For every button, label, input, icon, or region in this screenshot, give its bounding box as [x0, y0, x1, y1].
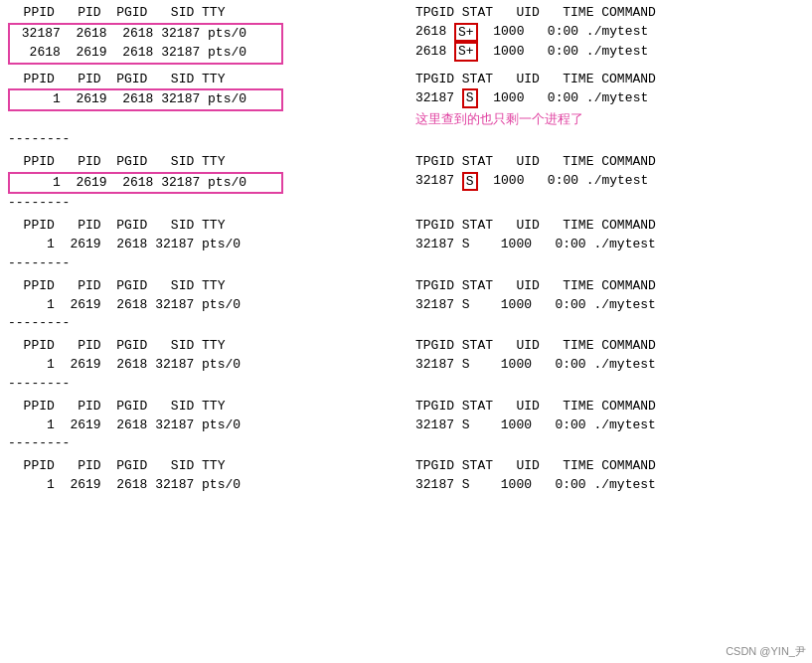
header-right-6: TPGID STAT UID TIME COMMAND	[415, 398, 804, 416]
header-right-5: TPGID STAT UID TIME COMMAND	[415, 337, 804, 356]
data-row-7-0-right: 32187 S 1000 0:00 ./mytest	[415, 476, 804, 495]
header-right-4: TPGID STAT UID TIME COMMAND	[415, 277, 804, 296]
section-1: PPID PID PGID SID TTY TPGID STAT UID TIM…	[8, 71, 804, 149]
section-7-header-row: PPID PID PGID SID TTY TPGID STAT UID TIM…	[8, 457, 804, 476]
separator-2: --------	[8, 194, 804, 213]
left-box-2: 1 2619 2618 32187 pts/0	[8, 172, 283, 195]
section-0: PPID PID PGID SID TTY TPGID STAT UID TIM…	[8, 4, 804, 65]
separator-1: --------	[8, 130, 804, 149]
data-row-3-0-right: 32187 S 1000 0:00 ./mytest	[415, 236, 804, 254]
separator-4: --------	[8, 314, 804, 333]
section-5-header-row: PPID PID PGID SID TTY TPGID STAT UID TIM…	[8, 337, 804, 356]
terminal-output: PPID PID PGID SID TTY TPGID STAT UID TIM…	[0, 0, 812, 501]
section-6-data: 1 2619 2618 32187 pts/0 32187 S 1000 0:0…	[8, 416, 804, 435]
data-row-1-0-left: 1 2619 2618 32187 pts/0	[14, 90, 277, 109]
section-2-header-row: PPID PID PGID SID TTY TPGID STAT UID TIM…	[8, 153, 804, 172]
separator-5: --------	[8, 375, 804, 394]
header-left-6: PPID PID PGID SID TTY	[8, 398, 415, 416]
separator-3: --------	[8, 254, 804, 273]
tpgid-0-1: 2618	[415, 43, 454, 62]
stat-box-0-1: S+	[454, 42, 478, 62]
section-1-data: 1 2619 2618 32187 pts/0 32187 S 1000 0:0…	[8, 88, 804, 129]
left-box-1: 1 2619 2618 32187 pts/0	[8, 88, 283, 111]
data-row-6-0-left: 1 2619 2618 32187 pts/0	[8, 416, 415, 435]
right-row-2-0: 32187 S 1000 0:00 ./mytest	[415, 172, 804, 192]
data-row-5-0-left: 1 2619 2618 32187 pts/0	[8, 356, 415, 375]
section-0-data: 32187 2618 2618 32187 pts/0 2618 2619 26…	[8, 23, 804, 65]
section-4: PPID PID PGID SID TTY TPGID STAT UID TIM…	[8, 277, 804, 334]
section-7-data: 1 2619 2618 32187 pts/0 32187 S 1000 0:0…	[8, 476, 804, 495]
section-6: PPID PID PGID SID TTY TPGID STAT UID TIM…	[8, 398, 804, 454]
section-3: PPID PID PGID SID TTY TPGID STAT UID TIM…	[8, 217, 804, 273]
section-1-header-row: PPID PID PGID SID TTY TPGID STAT UID TIM…	[8, 71, 804, 89]
header-right-1: TPGID STAT UID TIME COMMAND	[415, 71, 804, 89]
right-row-0-1: 2618 S+ 1000 0:00 ./mytest	[415, 42, 804, 62]
section-3-header-row: PPID PID PGID SID TTY TPGID STAT UID TIM…	[8, 217, 804, 236]
data-row-2-0-left: 1 2619 2618 32187 pts/0	[14, 174, 277, 193]
section-6-header-row: PPID PID PGID SID TTY TPGID STAT UID TIM…	[8, 398, 804, 416]
header-left-1: PPID PID PGID SID TTY	[8, 71, 415, 89]
tpgid-1-0: 32187	[415, 89, 462, 108]
tpgid-2-0: 32187	[415, 172, 462, 191]
section-2-data: 1 2619 2618 32187 pts/0 32187 S 1000 0:0…	[8, 172, 804, 195]
section-4-header-row: PPID PID PGID SID TTY TPGID STAT UID TIM…	[8, 277, 804, 296]
note-1: 这里查到的也只剩一个进程了	[415, 110, 804, 130]
header-left-3: PPID PID PGID SID TTY	[8, 217, 415, 236]
section-3-data: 1 2619 2618 32187 pts/0 32187 S 1000 0:0…	[8, 236, 804, 254]
right-row-0-0: 2618 S+ 1000 0:00 ./mytest	[415, 23, 804, 43]
header-right-0: TPGID STAT UID TIME COMMAND	[415, 4, 804, 23]
section-5-data: 1 2619 2618 32187 pts/0 32187 S 1000 0:0…	[8, 356, 804, 375]
data-row-5-0-right: 32187 S 1000 0:00 ./mytest	[415, 356, 804, 375]
left-box-0: 32187 2618 2618 32187 pts/0 2618 2619 26…	[8, 23, 283, 65]
section-5: PPID PID PGID SID TTY TPGID STAT UID TIM…	[8, 337, 804, 394]
stat-box-2-0: S	[462, 172, 478, 192]
header-left-4: PPID PID PGID SID TTY	[8, 277, 415, 296]
right-box-1-container: 32187 S 1000 0:00 ./mytest	[415, 88, 804, 108]
data-row-0-1-left: 2618 2619 2618 32187 pts/0	[14, 44, 277, 63]
header-left-5: PPID PID PGID SID TTY	[8, 337, 415, 356]
data-row-3-0-left: 1 2619 2618 32187 pts/0	[8, 236, 415, 254]
watermark: CSDN @YIN_尹	[726, 644, 806, 659]
data-row-4-0-left: 1 2619 2618 32187 pts/0	[8, 296, 415, 315]
section-2: PPID PID PGID SID TTY TPGID STAT UID TIM…	[8, 153, 804, 214]
data-row-7-0-left: 1 2619 2618 32187 pts/0	[8, 476, 415, 495]
header-left-2: PPID PID PGID SID TTY	[8, 153, 415, 172]
rest-0-1: 1000 0:00 ./mytest	[478, 43, 649, 62]
header-right-3: TPGID STAT UID TIME COMMAND	[415, 217, 804, 236]
rest-0-0: 1000 0:00 ./mytest	[478, 23, 649, 42]
right-row-1-0: 32187 S 1000 0:00 ./mytest	[415, 88, 804, 108]
data-row-4-0-right: 32187 S 1000 0:00 ./mytest	[415, 296, 804, 315]
header-right-2: TPGID STAT UID TIME COMMAND	[415, 153, 804, 172]
right-box-0-container: 2618 S+ 1000 0:00 ./mytest 2618 S+ 1000 …	[415, 23, 804, 62]
section-7: PPID PID PGID SID TTY TPGID STAT UID TIM…	[8, 457, 804, 495]
separator-6: --------	[8, 434, 804, 453]
section-0-header-row: PPID PID PGID SID TTY TPGID STAT UID TIM…	[8, 4, 804, 23]
stat-box-1-0: S	[462, 88, 478, 108]
data-row-6-0-right: 32187 S 1000 0:00 ./mytest	[415, 416, 804, 435]
header-right-7: TPGID STAT UID TIME COMMAND	[415, 457, 804, 476]
section-4-data: 1 2619 2618 32187 pts/0 32187 S 1000 0:0…	[8, 296, 804, 315]
rest-2-0: 1000 0:00 ./mytest	[478, 172, 649, 191]
data-row-0-0-left: 32187 2618 2618 32187 pts/0	[14, 25, 277, 44]
rest-1-0: 1000 0:00 ./mytest	[478, 89, 649, 108]
stat-box-0-0: S+	[454, 23, 478, 43]
header-left-7: PPID PID PGID SID TTY	[8, 457, 415, 476]
tpgid-0-0: 2618	[415, 23, 454, 42]
header-left-0: PPID PID PGID SID TTY	[8, 4, 415, 23]
